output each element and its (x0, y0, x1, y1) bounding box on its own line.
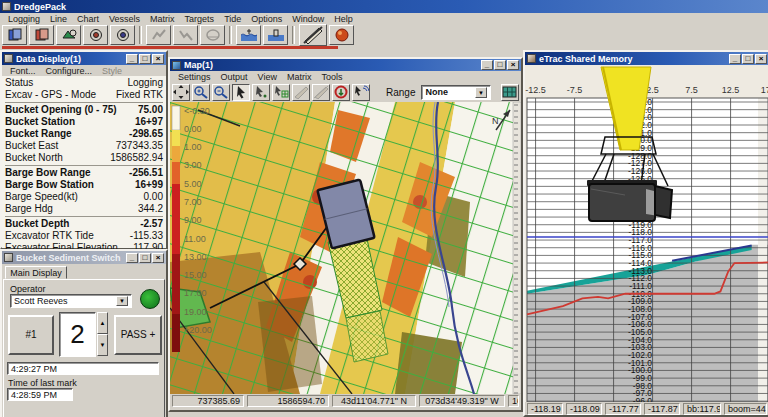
erase-button[interactable] (312, 84, 330, 101)
restore-button[interactable]: □ (139, 54, 151, 64)
close-button[interactable]: × (152, 54, 164, 64)
profile-3-button[interactable] (200, 25, 225, 45)
vessel-setup-button[interactable] (56, 25, 81, 45)
etrac-titlebar[interactable]: eTrac Shared Memory _ □ × (525, 52, 768, 65)
menu-settings[interactable]: Settings (174, 72, 215, 82)
menu-view[interactable]: View (254, 72, 281, 82)
map-window: Map(1) _ □ × Settings Output View Matrix… (168, 57, 523, 412)
divider (5, 102, 163, 103)
menu-vessels[interactable]: Vessels (105, 14, 144, 24)
legend-label: 17.00 (184, 288, 207, 298)
tide-gauge2-button[interactable] (263, 25, 288, 45)
zoom-extents-button[interactable] (172, 84, 190, 101)
latitude-readout: 43d11'04.771" N (332, 395, 416, 407)
zoom-out-button[interactable] (212, 84, 230, 101)
red-sphere-button[interactable] (329, 25, 354, 45)
minimize-button[interactable]: _ (729, 54, 741, 64)
menu-style[interactable]: Style (98, 66, 126, 76)
data-row: Barge Speed(kt)0.00 (5, 191, 163, 203)
sediment-icon (4, 253, 13, 262)
data-row: Excavator RTK Tide-115.33 (5, 230, 163, 242)
close-button[interactable]: × (152, 253, 164, 263)
restore-button[interactable]: □ (494, 60, 506, 70)
chevron-down-icon[interactable]: ▼ (116, 296, 128, 306)
draw-slash-button[interactable] (299, 24, 327, 46)
app-title: DredgePack (14, 2, 766, 12)
depth-readout-2: -118.09 (566, 403, 602, 415)
chevron-down-icon[interactable]: ▼ (475, 87, 487, 98)
data-row: Barge Bow Station16+99 (5, 179, 163, 191)
menu-matrix[interactable]: Matrix (146, 14, 179, 24)
minimize-button[interactable]: _ (126, 54, 138, 64)
data-row: StatusLogging (5, 77, 163, 89)
data-row: Bucket Station16+97 (5, 116, 163, 128)
pass-count-field[interactable]: 2 (59, 312, 96, 357)
legend-label: <-0.30 (184, 106, 210, 116)
range-combobox[interactable]: None ▼ (421, 85, 491, 100)
spin-up-icon[interactable]: ▲ (97, 312, 108, 334)
map-titlebar[interactable]: Map(1) _ □ × (170, 59, 521, 71)
y-axis-label: -96.0 (633, 396, 653, 402)
profile-2-button[interactable] (173, 25, 198, 45)
logbook-blue-button[interactable] (2, 25, 27, 45)
status-lamp (140, 289, 160, 309)
map-menubar: Settings Output View Matrix Tools (170, 71, 521, 82)
menu-chart[interactable]: Chart (73, 14, 103, 24)
logbook-red-button[interactable] (29, 25, 54, 45)
menu-window[interactable]: Window (288, 14, 328, 24)
legend-label: 9.00 (184, 215, 202, 225)
legend-label: 11.00 (184, 234, 206, 244)
menu-matrix[interactable]: Matrix (283, 72, 316, 82)
menu-configure[interactable]: Configure... (42, 66, 97, 76)
close-button[interactable]: × (507, 60, 519, 70)
device-gear2-button[interactable] (110, 25, 135, 45)
matrix-display-button[interactable] (501, 84, 519, 101)
zoom-in-button[interactable] (192, 84, 210, 101)
data-row: Barge Hdg344.2 (5, 203, 163, 215)
main-titlebar[interactable]: DredgePack (0, 0, 768, 13)
last-mark-field[interactable]: 4:28:59 PM (7, 388, 73, 401)
legend-label: 19.00 (184, 307, 207, 317)
map-canvas[interactable]: <-0.30 0.00 1.00 3.00 5.00 7.00 9.00 11.… (170, 102, 521, 394)
data-display-titlebar[interactable]: Data Display(1) _ □ × (2, 52, 166, 65)
minimize-button[interactable]: _ (126, 253, 138, 263)
profile-1-button[interactable] (146, 25, 171, 45)
legend-label: 5.00 (184, 179, 202, 189)
pass-button[interactable]: PASS + (114, 315, 162, 355)
pass-count-stepper: ▲ ▼ (97, 312, 108, 357)
bucket-number-button[interactable]: #1 (8, 315, 54, 355)
station-readout: 16+92 (508, 395, 519, 407)
center-vessel-button[interactable] (332, 84, 350, 101)
legend-label: 15.00 (184, 270, 207, 280)
menu-output[interactable]: Output (217, 72, 252, 82)
close-button[interactable]: × (755, 54, 767, 64)
device-gear-button[interactable] (83, 25, 108, 45)
menu-line[interactable]: Line (46, 14, 71, 24)
menu-tools[interactable]: Tools (317, 72, 346, 82)
draw-line-button[interactable] (292, 84, 310, 101)
restore-button[interactable]: □ (139, 253, 151, 263)
restore-button[interactable]: □ (742, 54, 754, 64)
minimize-button[interactable]: _ (481, 60, 493, 70)
matrix-query-button[interactable] (272, 84, 290, 101)
menu-options[interactable]: Options (247, 14, 286, 24)
pointer-button[interactable] (232, 84, 250, 101)
current-time-field[interactable]: 4:29:27 PM (7, 362, 159, 375)
sediment-titlebar[interactable]: Bucket Sediment Switch _ □ × (2, 251, 166, 264)
menu-tide[interactable]: Tide (220, 14, 245, 24)
etrac-profile-chart: -135.0-134.0-133.0-132.0-131.0-130.0-129… (525, 65, 768, 402)
spin-down-icon[interactable]: ▼ (97, 334, 108, 356)
app-icon (2, 2, 11, 11)
menu-logging[interactable]: Logging (4, 14, 44, 24)
data-display-body: StatusLogging Excav - GPS - ModeFixed RT… (2, 76, 166, 248)
menu-targets[interactable]: Targets (181, 14, 219, 24)
operator-combobox[interactable]: Scott Reeves ▼ (10, 294, 132, 308)
tab-main-display[interactable]: Main Display (5, 266, 67, 279)
menu-help[interactable]: Help (330, 14, 357, 24)
legend-label: 13.00 (184, 252, 207, 262)
tide-gauge-button[interactable] (236, 25, 261, 45)
cursor-track-button[interactable] (352, 84, 370, 101)
menu-font[interactable]: Font... (6, 66, 40, 76)
pan-button[interactable] (252, 84, 270, 101)
toolbar-separator (139, 26, 142, 44)
